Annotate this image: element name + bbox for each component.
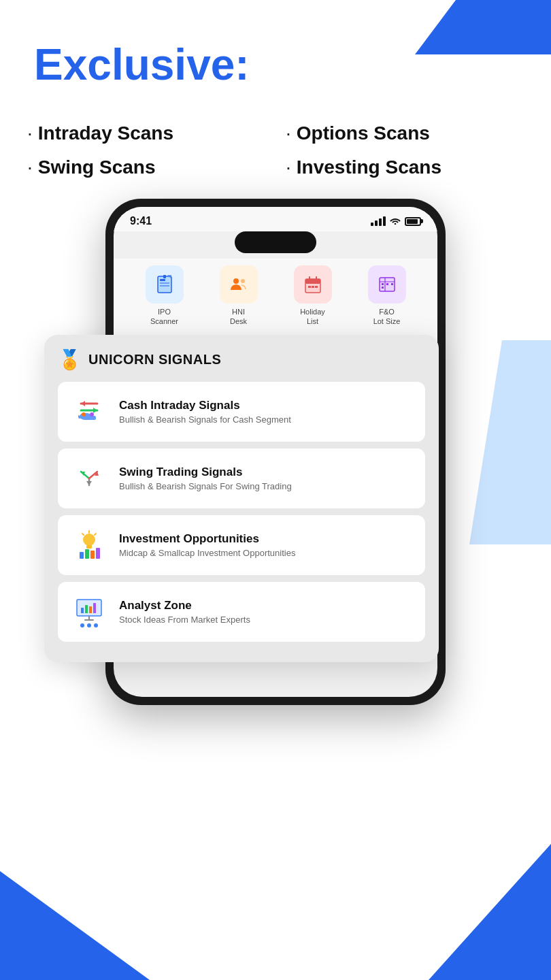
svg-point-6 (233, 278, 239, 284)
svg-rect-38 (86, 545, 92, 549)
svg-rect-18 (382, 283, 384, 285)
svg-point-54 (80, 623, 84, 627)
bullet-1: · (27, 124, 33, 143)
ipo-icon (146, 265, 184, 304)
feature-options-text: Options Scans (297, 122, 430, 144)
swing-title: Swing Trading Signals (119, 466, 292, 479)
hni-icon (220, 265, 258, 304)
svg-rect-21 (382, 287, 384, 289)
svg-point-55 (87, 623, 91, 627)
status-icons (371, 216, 421, 227)
svg-rect-51 (93, 603, 96, 613)
popup-header: 🏅 UNICORN SIGNALS (58, 348, 425, 371)
signal-card-investment[interactable]: Investment Opportunities Midcap & Smallc… (58, 515, 425, 575)
signal-bar-1 (371, 223, 373, 226)
dynamic-island (235, 231, 316, 253)
bg-shape-bottom-left (0, 871, 150, 980)
swing-desc: Bullish & Bearish Signals For Swing Trad… (119, 481, 292, 491)
svg-rect-49 (85, 605, 88, 613)
analyst-icon (70, 593, 108, 631)
fo-label: F&OLot Size (373, 308, 401, 325)
holiday-label: HolidayList (300, 308, 325, 325)
svg-point-56 (94, 623, 98, 627)
features-grid: · Intraday Scans · Options Scans · Swing… (0, 122, 551, 178)
bullet-2: · (286, 124, 291, 143)
analyst-info: Analyst Zone Stock Ideas From Market Exp… (119, 599, 250, 625)
medal-icon: 🏅 (58, 348, 82, 371)
feature-investing: · Investing Scans (286, 157, 531, 178)
signal-bar-2 (375, 220, 378, 226)
svg-point-28 (90, 412, 94, 416)
signal-bar-4 (383, 216, 386, 226)
svg-rect-0 (158, 276, 171, 293)
app-holiday[interactable]: HolidayList (294, 265, 332, 325)
bg-shape-mid-right (469, 340, 551, 544)
phone-wrapper: 9:41 (78, 199, 473, 705)
svg-rect-13 (312, 286, 314, 288)
feature-intraday-text: Intraday Scans (38, 122, 173, 144)
holiday-icon (294, 265, 332, 304)
analyst-title: Analyst Zone (119, 599, 250, 612)
bg-shape-bottom-right (429, 844, 551, 980)
svg-rect-45 (96, 548, 100, 559)
app-icons-row: IPOScanner HNIDesk (114, 259, 437, 339)
investment-info: Investment Opportunities Midcap & Smallc… (119, 532, 295, 558)
analyst-desc: Stock Ideas From Market Experts (119, 615, 250, 625)
investment-title: Investment Opportunities (119, 532, 295, 546)
signal-card-swing[interactable]: Swing Trading Signals Bullish & Bearish … (58, 448, 425, 508)
wifi-icon (390, 216, 401, 227)
unicorn-signals-popup: 🏅 UNICORN SIGNALS (44, 335, 439, 662)
svg-rect-22 (71, 394, 107, 429)
bullet-4: · (286, 158, 291, 177)
battery-icon (405, 217, 421, 226)
investment-desc: Midcap & Smallcap Investment Opportuniti… (119, 548, 295, 558)
svg-rect-19 (386, 283, 388, 285)
svg-rect-50 (89, 606, 92, 613)
feature-swing: · Swing Scans (27, 157, 272, 178)
svg-point-27 (82, 412, 86, 416)
svg-rect-9 (305, 279, 320, 284)
svg-rect-1 (160, 279, 165, 281)
svg-rect-4 (163, 275, 166, 278)
status-time: 9:41 (130, 215, 152, 227)
feature-swing-text: Swing Scans (38, 157, 156, 178)
bullet-3: · (27, 158, 33, 177)
signal-bars-icon (371, 216, 386, 226)
hni-label: HNIDesk (230, 308, 247, 325)
popup-title: UNICORN SIGNALS (88, 352, 221, 368)
app-fo[interactable]: F&OLot Size (368, 265, 406, 325)
signal-bar-3 (379, 218, 382, 226)
app-ipo[interactable]: IPOScanner (146, 265, 184, 325)
feature-intraday: · Intraday Scans (27, 122, 272, 144)
cash-intraday-desc: Bullish & Bearish Signals for Cash Segme… (119, 414, 291, 425)
svg-rect-48 (81, 608, 84, 613)
svg-rect-20 (391, 283, 393, 285)
svg-line-40 (82, 534, 84, 535)
svg-rect-42 (80, 552, 84, 559)
svg-rect-43 (85, 549, 89, 559)
svg-line-41 (95, 534, 96, 535)
feature-options: · Options Scans (286, 122, 531, 144)
signal-card-analyst[interactable]: Analyst Zone Stock Ideas From Market Exp… (58, 582, 425, 642)
svg-point-37 (83, 534, 95, 546)
svg-rect-44 (90, 551, 95, 559)
investment-icon (70, 526, 108, 564)
cash-intraday-title: Cash Intraday Signals (119, 399, 291, 412)
cash-intraday-info: Cash Intraday Signals Bullish & Bearish … (119, 399, 291, 425)
fo-icon (368, 265, 406, 304)
svg-rect-12 (308, 286, 311, 288)
app-hni[interactable]: HNIDesk (220, 265, 258, 325)
page-title: Exclusive: (34, 41, 517, 88)
svg-point-7 (241, 279, 245, 283)
feature-investing-text: Investing Scans (297, 157, 441, 178)
swing-trading-info: Swing Trading Signals Bullish & Bearish … (119, 466, 292, 491)
status-bar: 9:41 (114, 207, 437, 231)
signal-card-cash-intraday[interactable]: Cash Intraday Signals Bullish & Bearish … (58, 382, 425, 442)
swing-trading-icon (70, 459, 108, 497)
header-section: Exclusive: (0, 0, 551, 122)
svg-rect-14 (315, 286, 318, 288)
ipo-label: IPOScanner (150, 308, 178, 325)
cash-intraday-icon (70, 393, 108, 431)
